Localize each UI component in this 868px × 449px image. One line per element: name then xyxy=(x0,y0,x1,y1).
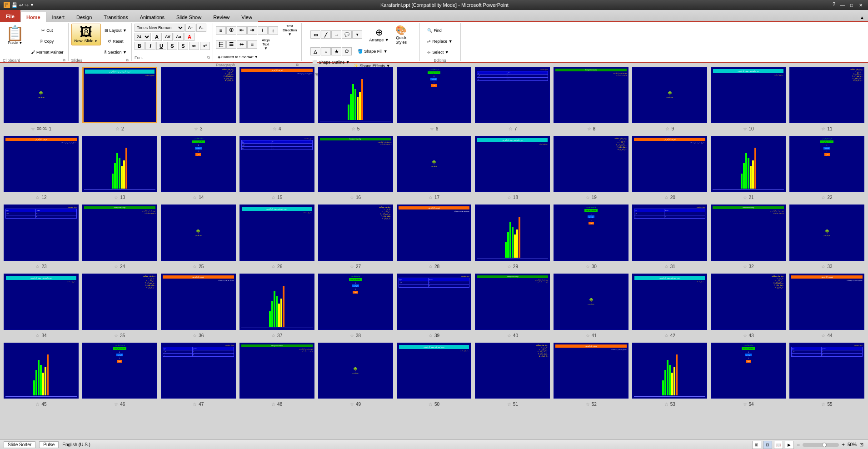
slide-thumbnail[interactable]: روش‌های مطالعه۱- از بین...۲- در قالب...۳… xyxy=(82,274,157,330)
star-shape[interactable]: ★ xyxy=(331,47,341,55)
format-painter-button[interactable]: 🖌 Format Painter xyxy=(29,47,65,57)
numbering-button[interactable]: ① xyxy=(226,26,236,35)
text-direction-button[interactable]: TextDirection▼ xyxy=(281,24,299,37)
arrange-button[interactable]: ⊕ Arrange ▼ xyxy=(366,26,391,43)
slide-thumbnail[interactable]: فرآیند کارآفرینی شناسایی فرصت ↓ ارزیابی … xyxy=(554,205,629,261)
font-size-select[interactable]: 24 xyxy=(135,33,151,41)
line-shape[interactable]: ╱ xyxy=(321,30,331,39)
slide-thumbnail[interactable]: 🌳 متن فارسی xyxy=(161,205,236,261)
rect-shape[interactable]: ▭ xyxy=(310,30,320,39)
slide-thumbnail[interactable]: جدول مقایسه نوعمقدار الف۱۰۰ ب۲۰۰ xyxy=(239,136,314,192)
zoom-slider[interactable] xyxy=(803,443,839,447)
slide-sorter-tab[interactable]: Slide Sorter xyxy=(4,441,35,448)
slide-thumbnail[interactable]: Intrapreneurship درون‌سازمانی کارآفرینیو… xyxy=(554,67,629,123)
bullets-button[interactable]: ≡ xyxy=(216,26,226,35)
slide-thumbnail[interactable] xyxy=(711,136,786,192)
fit-slide-button[interactable]: ⊡ xyxy=(858,442,864,448)
slide-thumbnail[interactable]: روش‌های مطالعه۱- از بین...۲- در قالب...۳… xyxy=(789,67,864,123)
change-case[interactable]: Aa xyxy=(174,33,184,41)
slide-thumbnail[interactable]: جدول مقایسه نوعمقدار الف۱۰۰ ب۲۰۰ xyxy=(161,343,236,399)
justify[interactable]: ≡ xyxy=(247,40,257,49)
slide-thumbnail[interactable] xyxy=(4,343,79,399)
italic-button[interactable]: I xyxy=(145,42,155,50)
slide-sorter-view-button[interactable]: ⊟ xyxy=(763,441,772,449)
tab-slideshow[interactable]: Slide Show xyxy=(170,12,207,22)
slide-thumbnail[interactable]: روش‌های مطالعه۱- از بین...۲- در قالب...۳… xyxy=(554,136,629,192)
maximize-button[interactable]: □ xyxy=(848,1,855,9)
copy-button[interactable]: ⎘ Copy xyxy=(29,36,65,46)
quick-styles-button[interactable]: 🎨 Quick Styles xyxy=(392,24,410,45)
decrease-indent[interactable]: ⇤ xyxy=(237,26,247,35)
section-button[interactable]: § Section ▼ xyxy=(103,47,129,57)
slide-thumbnail[interactable] xyxy=(475,205,550,261)
character-spacing[interactable]: AV xyxy=(163,33,173,41)
slide-thumbnail[interactable]: روش‌های مطالعه۱- از بین...۲- در قالب...۳… xyxy=(475,343,550,399)
tab-review[interactable]: Review xyxy=(207,12,235,22)
close-button[interactable]: ✕ xyxy=(857,1,864,9)
slide-thumbnail[interactable]: 🌳 متن فارسی xyxy=(318,343,393,399)
slide-thumbnail[interactable]: 🌳 متن فارسی xyxy=(4,67,79,123)
slide-thumbnail[interactable]: جدول مقایسه نوعمقدار الف۱۰۰ ب۲۰۰ xyxy=(4,205,79,261)
save-quick[interactable]: 💾 xyxy=(11,2,18,8)
slide-thumbnail[interactable]: فرآیند کارآفرینی شناسایی فرصت ↓ ارزیابی … xyxy=(711,343,786,399)
increase-font-size[interactable]: A↑ xyxy=(185,24,195,32)
slide-thumbnail[interactable]: روش‌های مطالعه۱- از بین...۲- در قالب...۳… xyxy=(318,205,393,261)
subscript-button[interactable]: x₂ xyxy=(189,42,199,50)
more-shapes[interactable]: ▼ xyxy=(352,30,362,39)
columns-button[interactable]: ⫶ xyxy=(258,26,268,35)
font-family-select[interactable]: Times New Roman xyxy=(135,24,185,32)
minimize-button[interactable]: — xyxy=(839,1,846,9)
select-button[interactable]: ⊹ Select ▼ xyxy=(425,47,450,57)
tab-animations[interactable]: Animations xyxy=(134,12,170,22)
slide-thumbnail[interactable]: 🌳 متن فارسی xyxy=(789,205,864,261)
slide-thumbnail[interactable]: دوره آموزشی بهبند کارآفرینی محتوای اسلای… xyxy=(397,343,472,399)
slide-thumbnail[interactable]: فرآیند کارآفرینی شناسایی فرصت ↓ ارزیابی … xyxy=(161,136,236,192)
align-right[interactable]: ⬰ xyxy=(237,40,247,49)
slide-thumbnail[interactable] xyxy=(239,274,314,330)
slide-thumbnail[interactable]: دوره آموزشی بهبند کارآفرینی محتوای اسلای… xyxy=(632,274,707,330)
slide-thumbnail[interactable]: دوره آموزشی بهبند کارآفرینی محتوای اسلای… xyxy=(82,67,157,123)
tab-design[interactable]: Design xyxy=(70,12,98,22)
slide-thumbnail[interactable]: Intrapreneurship درون‌سازمانی کارآفرینیو… xyxy=(82,205,157,261)
slideshow-view-button[interactable]: ▶ xyxy=(785,441,794,449)
callout-shape[interactable]: 💬 xyxy=(342,30,352,39)
slide-thumbnail[interactable]: دوره آموزشی بهبند کارآفرینی محتوای اسلای… xyxy=(4,274,79,330)
shape-outline-button[interactable]: ⬜ Shape Outline ▼ xyxy=(310,57,351,67)
zoom-level[interactable]: 50% xyxy=(848,442,857,447)
ribbon-minimize[interactable]: ▲ xyxy=(856,14,868,22)
increase-indent[interactable]: ⇥ xyxy=(247,26,257,35)
slide-thumbnail[interactable]: 🌳 متن فارسی xyxy=(397,136,472,192)
slide-thumbnail[interactable]: فرآیند کارآفرینی شناسایی فرصت ↓ ارزیابی … xyxy=(82,343,157,399)
slide-thumbnail[interactable]: روش‌های مطالعه۱- از بین...۲- در قالب...۳… xyxy=(161,67,236,123)
slide-thumbnail[interactable]: تعریف کارآفرینی محتوای تعریف و توضیحات xyxy=(789,274,864,330)
triangle-shape[interactable]: △ xyxy=(310,47,320,55)
reading-view-button[interactable]: 📖 xyxy=(774,441,783,449)
slide-thumbnail[interactable]: Intrapreneurship درون‌سازمانی کارآفرینیو… xyxy=(239,343,314,399)
decrease-font-size[interactable]: A↓ xyxy=(196,24,206,32)
slide-thumbnail[interactable]: روش‌های مطالعه۱- از بین...۲- در قالب...۳… xyxy=(711,274,786,330)
oval-shape[interactable]: ○ xyxy=(321,47,331,55)
layout-button[interactable]: ⊞ Layout ▼ xyxy=(103,25,129,35)
normal-view-button[interactable]: ⊞ xyxy=(752,441,761,449)
help-button[interactable]: ? xyxy=(831,1,837,9)
slide-thumbnail[interactable]: جدول مقایسه نوعمقدار الف۱۰۰ ب۲۰۰ xyxy=(789,343,864,399)
slide-thumbnail[interactable]: فرآیند کارآفرینی شناسایی فرصت ↓ ارزیابی … xyxy=(318,274,393,330)
slide-thumbnail[interactable]: دوره آموزشی بهبند کارآفرینی محتوای اسلای… xyxy=(475,136,550,192)
slide-thumbnail[interactable]: دوره آموزشی بهبند کارآفرینی محتوای اسلای… xyxy=(239,205,314,261)
slide-thumbnail[interactable]: تعریف کارآفرینی محتوای تعریف و توضیحات xyxy=(397,205,472,261)
tab-home[interactable]: Home xyxy=(20,12,46,22)
slide-thumbnail[interactable]: جدول مقایسه نوعمقدار الف۱۰۰ ب۲۰۰ xyxy=(397,274,472,330)
clear-formatting[interactable]: A xyxy=(152,33,162,41)
slide-thumbnail[interactable]: جدول مقایسه نوعمقدار الف۱۰۰ ب۲۰۰ xyxy=(475,67,550,123)
strikethrough-button[interactable]: S xyxy=(167,42,177,50)
reset-button[interactable]: ↺ Reset xyxy=(103,36,129,46)
pulse-tab[interactable]: Pulse xyxy=(39,441,59,448)
redo-quick[interactable]: ↪ xyxy=(25,2,29,8)
underline-button[interactable]: U xyxy=(156,42,166,50)
zoom-in-button[interactable]: + xyxy=(841,442,846,448)
zoom-out-button[interactable]: − xyxy=(796,442,801,448)
slide-thumbnail[interactable]: تعریف کارآفرینی محتوای تعریف و توضیحات xyxy=(239,67,314,123)
slide-thumbnail[interactable]: Intrapreneurship درون‌سازمانی کارآفرینیو… xyxy=(711,205,786,261)
new-slide-button[interactable]: 🖼 NewSlide▼ xyxy=(71,24,101,45)
slide-thumbnail[interactable]: 🌳 متن فارسی xyxy=(554,274,629,330)
